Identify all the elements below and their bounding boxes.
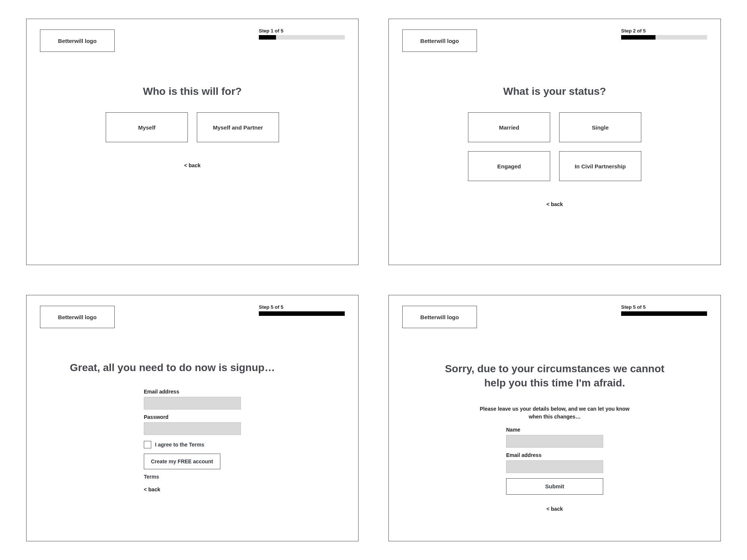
logo-placeholder: Betterwill logo xyxy=(402,306,477,328)
progress-fill xyxy=(259,311,345,316)
progress-fill xyxy=(621,35,655,40)
submit-button[interactable]: Submit xyxy=(506,478,603,495)
progress-fill xyxy=(621,311,707,316)
progress-bar xyxy=(259,35,345,40)
logo-placeholder: Betterwill logo xyxy=(40,29,115,52)
wireframe-step5-sorry: Betterwill logo Step 5 of 5 Sorry, due t… xyxy=(388,295,721,541)
back-link[interactable]: < back xyxy=(144,486,160,492)
email-label: Email address xyxy=(506,452,603,458)
back-link[interactable]: < back xyxy=(546,506,563,512)
name-input[interactable] xyxy=(506,435,603,448)
option-myself[interactable]: Myself xyxy=(106,112,188,142)
create-account-button[interactable]: Create my FREE account xyxy=(144,454,220,469)
password-input[interactable] xyxy=(144,422,241,435)
agree-label: I agree to the Terms xyxy=(155,442,204,448)
progress-block: Step 5 of 5 xyxy=(259,304,345,316)
option-engaged[interactable]: Engaged xyxy=(468,151,550,181)
logo-placeholder: Betterwill logo xyxy=(40,306,115,328)
step-label: Step 2 of 5 xyxy=(621,28,707,34)
back-link[interactable]: < back xyxy=(184,162,201,168)
terms-link[interactable]: Terms xyxy=(144,474,241,480)
page-title: Who is this will for? xyxy=(40,85,345,97)
progress-bar xyxy=(621,311,707,316)
step-label: Step 5 of 5 xyxy=(621,304,707,310)
logo-placeholder: Betterwill logo xyxy=(402,29,477,52)
email-label: Email address xyxy=(144,389,241,395)
progress-block: Step 5 of 5 xyxy=(621,304,707,316)
email-input[interactable] xyxy=(506,460,603,473)
wireframe-step2: Betterwill logo Step 2 of 5 What is your… xyxy=(388,19,721,265)
option-married[interactable]: Married xyxy=(468,112,550,142)
agree-checkbox[interactable] xyxy=(144,441,151,448)
progress-block: Step 2 of 5 xyxy=(621,28,707,40)
password-label: Password xyxy=(144,414,241,420)
email-input[interactable] xyxy=(144,397,241,410)
progress-block: Step 1 of 5 xyxy=(259,28,345,40)
name-label: Name xyxy=(506,427,603,433)
wireframe-step5-signup: Betterwill logo Step 5 of 5 Great, all y… xyxy=(26,295,359,541)
step-label: Step 1 of 5 xyxy=(259,28,345,34)
page-title: Great, all you need to do now is signup… xyxy=(70,362,345,374)
progress-bar xyxy=(621,35,707,40)
option-civil-partnership[interactable]: In Civil Partnership xyxy=(559,151,641,181)
sub-copy: Please leave us your details below, and … xyxy=(476,405,633,421)
back-link[interactable]: < back xyxy=(546,201,563,207)
option-myself-partner[interactable]: Myself and Partner xyxy=(197,112,279,142)
page-title: What is your status? xyxy=(402,85,707,97)
wireframe-step1: Betterwill logo Step 1 of 5 Who is this … xyxy=(26,19,359,265)
step-label: Step 5 of 5 xyxy=(259,304,345,310)
progress-bar xyxy=(259,311,345,316)
progress-fill xyxy=(259,35,276,40)
page-title: Sorry, due to your circumstances we cann… xyxy=(439,362,670,390)
option-single[interactable]: Single xyxy=(559,112,641,142)
